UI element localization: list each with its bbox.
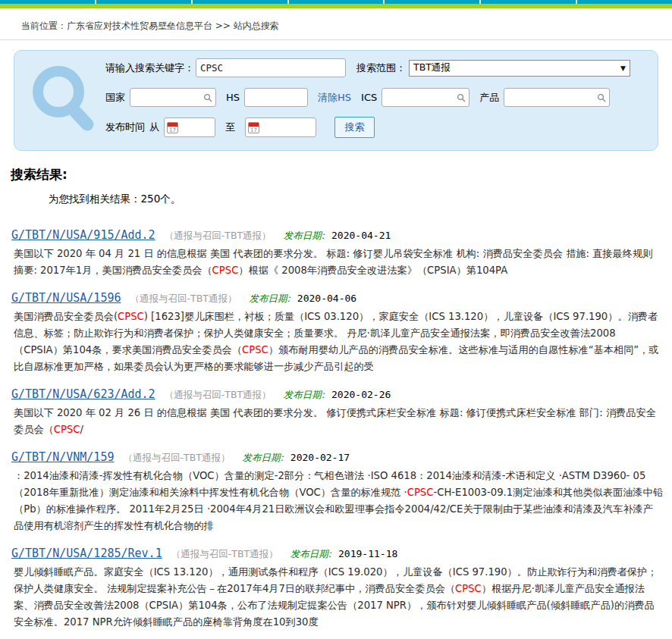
dropdown-arrow-icon: ▼ (620, 64, 626, 72)
result-item: G/TBT/N/USA/1285/Rev.1 （通报与召回-TBT通报） 发布日… (11, 546, 663, 631)
date-from-input[interactable] (164, 117, 215, 137)
result-snippet: 婴儿倾斜睡眠产品。家庭安全（ICS 13.120），通用测试条件和程序（ICS … (14, 564, 663, 631)
result-date-label: 发布日期: (290, 548, 331, 559)
product-search-icon[interactable] (597, 93, 606, 102)
publish-date-label: 发布时间 (105, 121, 145, 134)
nav-segment (193, 0, 287, 4)
nav-segment (577, 0, 672, 4)
result-date-label: 发布日期: (284, 389, 325, 400)
results-list: G/TBT/N/USA/915/Add.2 （通报与召回-TBT通报） 发布日期… (11, 227, 663, 639)
search-panel: 请输入搜索关键字： 搜索范围： TBT通报 ▼ 国家 HS 清除HS ICS (14, 50, 658, 151)
result-date: 2020-04-06 (297, 293, 356, 304)
from-label: 从 (149, 121, 159, 134)
hs-label: HS (226, 92, 240, 103)
result-category: （通报与召回-TBT通报） (130, 293, 237, 304)
result-header: G/TBT/N/USA/1596 （通报与召回-TBT通报） 发布日期: 202… (11, 290, 663, 305)
result-snippet: 美国以下 2020 年 04 月 21 日 的信息根据 美国 代表团的要求分发。… (14, 246, 663, 279)
result-item: G/TBT/N/USA/1596 （通报与召回-TBT通报） 发布日期: 202… (11, 290, 663, 375)
keyword-highlight: CPSC (455, 583, 482, 594)
keyword-highlight: CPSC (407, 487, 434, 498)
keyword-label: 请输入搜索关键字： (105, 61, 194, 75)
nav-segment (0, 0, 95, 4)
keyword-highlight: CPSC (54, 424, 80, 435)
result-date: 2020-02-26 (331, 389, 391, 400)
result-header: G/TBT/N/USA/1285/Rev.1 （通报与召回-TBT通报） 发布日… (11, 546, 663, 561)
result-date: 2020-02-17 (290, 452, 350, 463)
result-item: G/TBT/N/USA/915/Add.2 （通报与召回-TBT通报） 发布日期… (11, 227, 663, 279)
results-count: 为您找到相关结果：250个。 (49, 193, 672, 206)
snippet-text: / (80, 424, 83, 435)
result-item: G/TBT/N/USA/623/Add.2 （通报与召回-TBT通报） 发布日期… (11, 387, 663, 438)
result-header: G/TBT/N/VNM/159 （通报与召回-TBT通报） 发布日期: 2020… (11, 449, 663, 465)
result-date: 2020-04-21 (331, 230, 391, 241)
keyword-input[interactable] (196, 58, 346, 77)
scope-label: 搜索范围： (356, 61, 406, 75)
calendar-icon[interactable] (248, 122, 259, 133)
to-label: 至 (225, 121, 235, 134)
nav-segment (96, 0, 191, 4)
search-icon (28, 63, 98, 139)
clear-hs-link[interactable]: 清除HS (318, 91, 351, 105)
result-date-label: 发布日期: (284, 230, 325, 241)
result-title-link[interactable]: G/TBT/N/USA/623/Add.2 (11, 387, 155, 401)
keyword-highlight: CPSC (242, 344, 268, 356)
result-title-link[interactable]: G/TBT/N/USA/1285/Rev.1 (11, 547, 162, 560)
result-category: （通报与召回-TBT通报） (171, 548, 278, 559)
date-from-field[interactable] (181, 122, 212, 133)
keyword-highlight: CPSC (118, 311, 144, 322)
snippet-text: ）根据《 2008年消费品安全改进法案》（CPSIA）第104PA (238, 265, 507, 276)
result-title-link[interactable]: G/TBT/N/VNM/159 (11, 450, 114, 464)
result-date: 2019-11-18 (338, 548, 397, 559)
nav-segment (385, 0, 479, 4)
breadcrumb: 当前位置：广东省应对技术性贸易壁垒信息平台 >> 站内总搜索 (0, 8, 672, 40)
result-snippet: 美国以下 2020 年 02 月 26 日 的信息根据 美国 代表团的要求分发。… (14, 405, 663, 438)
result-category: （通报与召回-TBT通报） (165, 389, 272, 400)
snippet-text: 美国以下 2020 年 02 月 26 日 的信息根据 美国 代表团的要求分发。… (14, 407, 656, 435)
result-date-label: 发布日期: (243, 452, 284, 463)
result-title-link[interactable]: G/TBT/N/USA/1596 (11, 291, 121, 305)
top-nav-bar (0, 0, 672, 4)
result-header: G/TBT/N/USA/915/Add.2 （通报与召回-TBT通报） 发布日期… (11, 227, 663, 243)
calendar-icon[interactable] (167, 122, 178, 133)
result-category: （通报与召回-TBT通报） (124, 452, 231, 463)
country-label: 国家 (105, 91, 125, 105)
result-item: G/TBT/N/VNM/159 （通报与召回-TBT通报） 发布日期: 2020… (11, 449, 663, 534)
date-to-input[interactable] (245, 117, 316, 137)
snippet-text: 美国消费品安全委员会( (14, 311, 118, 322)
result-date-label: 发布日期: (250, 293, 290, 304)
result-category: （通报与召回-TBT通报） (165, 230, 272, 241)
results-title: 搜索结果: (11, 166, 672, 183)
product-label: 产品 (479, 91, 499, 105)
nav-segment (289, 0, 384, 4)
ics-search-icon[interactable] (457, 93, 466, 102)
result-title-link[interactable]: G/TBT/N/USA/915/Add.2 (11, 228, 155, 242)
date-to-field[interactable] (262, 122, 313, 133)
search-form: 请输入搜索关键字： 搜索范围： TBT通报 ▼ 国家 HS 清除HS ICS (105, 58, 644, 138)
scope-select[interactable]: TBT通报 ▼ (409, 60, 630, 77)
result-header: G/TBT/N/USA/623/Add.2 （通报与召回-TBT通报） 发布日期… (11, 387, 663, 402)
country-search-icon[interactable] (203, 93, 212, 102)
result-snippet: ：2014油漆和清漆-挥发性有机化合物（VOC）含量的测定-2部分：气相色谱法 … (14, 468, 663, 534)
hs-input[interactable] (244, 88, 308, 107)
ics-label: ICS (361, 92, 377, 103)
keyword-highlight: CPSC (212, 265, 239, 276)
product-input[interactable] (504, 88, 610, 107)
breadcrumb-text: 当前位置：广东省应对技术性贸易壁垒信息平台 >> 站内总搜索 (21, 20, 279, 31)
nav-segment (481, 0, 576, 4)
search-button[interactable]: 搜索 (334, 117, 375, 138)
scope-select-value: TBT通报 (413, 61, 451, 74)
result-snippet: 美国消费品安全委员会(CPSC) [1623]婴儿床围栏，衬板；质量（ICS 0… (14, 309, 663, 375)
